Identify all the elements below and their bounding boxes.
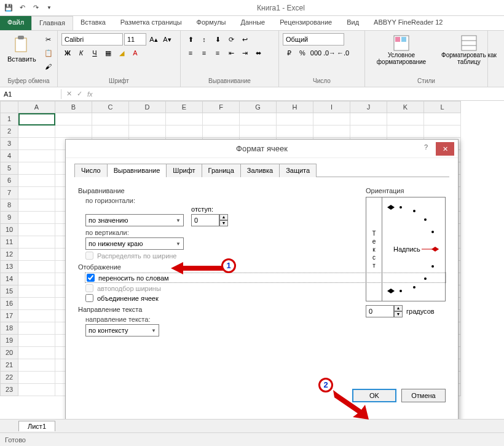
cell[interactable] xyxy=(18,224,55,236)
col-header[interactable]: J xyxy=(350,101,387,113)
sheet-tab[interactable]: Лист1 xyxy=(18,421,55,431)
cell[interactable] xyxy=(92,113,129,125)
col-header[interactable]: K xyxy=(387,101,424,113)
row-header[interactable]: 11 xyxy=(0,236,18,249)
cell[interactable] xyxy=(387,125,424,138)
cell[interactable] xyxy=(203,125,240,138)
cell[interactable] xyxy=(424,113,461,125)
tab-abbyy[interactable]: ABBYY FineReader 12 xyxy=(366,16,450,30)
col-header[interactable]: C xyxy=(92,101,129,113)
row-header[interactable]: 17 xyxy=(0,310,18,322)
select-all-corner[interactable] xyxy=(0,101,18,113)
cell[interactable] xyxy=(18,384,55,396)
cell[interactable] xyxy=(129,113,166,125)
align-right-icon[interactable]: ≡ xyxy=(211,47,224,59)
row-header[interactable]: 22 xyxy=(0,372,18,384)
undo-icon[interactable]: ↶ xyxy=(17,3,27,13)
fx-icon[interactable]: fx xyxy=(87,90,93,98)
cell[interactable] xyxy=(18,322,55,335)
wrap-text-icon[interactable]: ↩ xyxy=(238,33,251,46)
cell[interactable] xyxy=(18,347,55,359)
redo-icon[interactable]: ↷ xyxy=(31,3,41,13)
conditional-formatting-button[interactable]: Условное форматирование xyxy=(369,33,434,66)
cell[interactable] xyxy=(129,125,166,138)
row-header[interactable]: 4 xyxy=(0,150,18,162)
vertical-align-combo[interactable]: по нижнему краю▼ xyxy=(85,237,184,250)
row-header[interactable]: 15 xyxy=(0,285,18,298)
row-header[interactable]: 8 xyxy=(0,199,18,212)
cell[interactable] xyxy=(18,125,55,138)
cell[interactable] xyxy=(166,125,203,138)
copy-icon[interactable]: 📋 xyxy=(42,47,55,59)
cell[interactable] xyxy=(18,212,55,224)
row-header[interactable]: 23 xyxy=(0,384,18,396)
tab-font[interactable]: Шрифт xyxy=(166,164,202,177)
cell[interactable] xyxy=(18,175,55,187)
cell[interactable] xyxy=(277,113,313,125)
cell[interactable] xyxy=(203,113,240,125)
col-header[interactable]: D xyxy=(129,101,166,113)
cell[interactable] xyxy=(277,125,313,138)
row-header[interactable]: 1 xyxy=(0,113,18,125)
row-header[interactable]: 20 xyxy=(0,347,18,359)
border-button[interactable]: ▦ xyxy=(102,47,114,59)
increase-decimal-icon[interactable]: .0→ xyxy=(323,47,336,59)
cancel-button[interactable]: Отмена xyxy=(401,389,446,402)
increase-font-icon[interactable]: A▴ xyxy=(148,33,160,46)
cell[interactable] xyxy=(240,113,277,125)
row-header[interactable]: 14 xyxy=(0,273,18,285)
comma-icon[interactable]: 000 xyxy=(310,47,322,59)
row-header[interactable]: 9 xyxy=(0,212,18,224)
bold-button[interactable]: Ж xyxy=(61,47,74,59)
degrees-spinner[interactable]: ▲▼ xyxy=(366,305,403,317)
cell[interactable] xyxy=(18,359,55,372)
tab-insert[interactable]: Вставка xyxy=(73,16,113,30)
accept-formula-icon[interactable]: ✓ xyxy=(77,90,82,98)
merge-cells-icon[interactable]: ⬌ xyxy=(252,47,264,59)
row-header[interactable]: 16 xyxy=(0,298,18,310)
cell[interactable] xyxy=(55,113,92,125)
cell[interactable] xyxy=(18,249,55,261)
cancel-formula-icon[interactable]: ✕ xyxy=(66,90,72,98)
cell[interactable] xyxy=(350,113,387,125)
row-header[interactable]: 12 xyxy=(0,249,18,261)
font-name-select[interactable] xyxy=(61,33,123,46)
cell[interactable] xyxy=(18,162,55,175)
tab-file[interactable]: Файл xyxy=(0,16,31,30)
orientation-icon[interactable]: ⟳ xyxy=(225,33,237,46)
cell[interactable] xyxy=(18,310,55,322)
col-header[interactable]: B xyxy=(55,101,92,113)
col-header[interactable]: L xyxy=(424,101,461,113)
row-header[interactable]: 7 xyxy=(0,187,18,199)
font-size-select[interactable] xyxy=(124,33,146,46)
cell[interactable] xyxy=(18,261,55,273)
fill-color-button[interactable]: ◢ xyxy=(116,47,128,59)
cell[interactable] xyxy=(18,298,55,310)
row-header[interactable]: 18 xyxy=(0,322,18,335)
col-header[interactable]: F xyxy=(203,101,240,113)
cell[interactable] xyxy=(166,113,203,125)
col-header[interactable]: H xyxy=(277,101,313,113)
name-box[interactable]: A1 xyxy=(0,89,61,99)
col-header[interactable]: I xyxy=(313,101,350,113)
col-header[interactable]: G xyxy=(240,101,277,113)
cut-icon[interactable]: ✂ xyxy=(42,33,55,46)
help-button[interactable]: ? xyxy=(419,143,433,156)
save-icon[interactable]: 💾 xyxy=(4,3,14,13)
cell[interactable] xyxy=(55,125,92,138)
tab-data[interactable]: Данные xyxy=(233,16,272,30)
cell[interactable] xyxy=(313,113,350,125)
paste-button[interactable]: Вставить xyxy=(4,33,40,73)
tab-border[interactable]: Граница xyxy=(202,164,241,177)
decrease-decimal-icon[interactable]: ←.0 xyxy=(337,47,349,59)
underline-button[interactable]: Ч xyxy=(89,47,101,59)
text-direction-combo[interactable]: по контексту▼ xyxy=(85,324,159,336)
row-header[interactable]: 6 xyxy=(0,175,18,187)
row-header[interactable]: 10 xyxy=(0,224,18,236)
cell[interactable] xyxy=(387,113,424,125)
row-header[interactable]: 13 xyxy=(0,261,18,273)
row-header[interactable]: 21 xyxy=(0,359,18,372)
indent-spinner[interactable]: ▲▼ xyxy=(191,214,228,226)
number-format-select[interactable] xyxy=(283,33,344,46)
cell[interactable] xyxy=(313,125,350,138)
